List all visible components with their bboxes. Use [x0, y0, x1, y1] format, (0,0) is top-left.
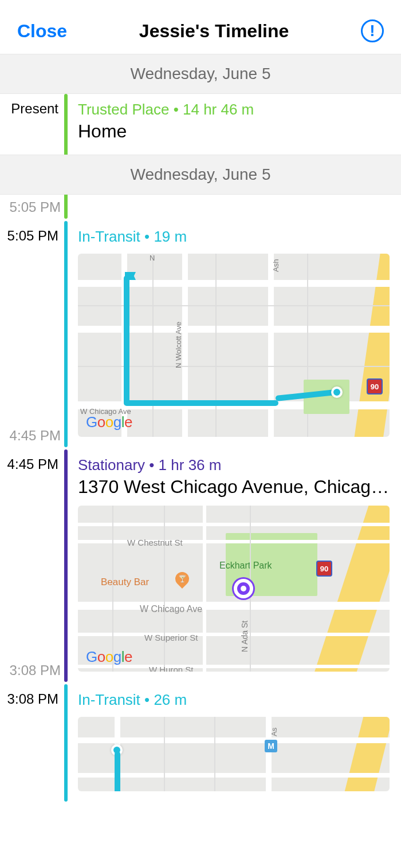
timeline-entry-transit[interactable]: 3:08 PM In-Transit • 26 m As M — [0, 684, 401, 802]
map-road-label: Ash — [272, 259, 280, 272]
time-start: Present — [0, 101, 58, 117]
map-compass-label: N — [150, 254, 155, 262]
entry-category: Trusted Place • 14 hr 46 m — [78, 101, 390, 119]
entry-category: In-Transit • 26 m — [78, 691, 390, 709]
timeline-entry-trusted[interactable]: Present Trusted Place • 14 hr 46 m Home … — [0, 94, 401, 219]
location-marker-icon — [234, 579, 253, 598]
map-thumbnail[interactable]: W Chicago Ave N Wolcott Ave Ash N 90 Goo… — [78, 254, 390, 437]
time-end: 3:08 PM — [10, 662, 61, 678]
entry-category: In-Transit • 19 m — [78, 228, 390, 246]
time-start: 5:05 PM — [0, 228, 58, 244]
close-button[interactable]: Close — [17, 21, 67, 42]
timeline-bar — [64, 684, 68, 802]
info-icon[interactable]: ! — [361, 19, 384, 42]
map-road-label: W Superior St — [144, 633, 198, 642]
map-thumbnail[interactable]: As M — [78, 717, 390, 791]
google-logo: Google — [86, 413, 132, 431]
map-road-label: N Ada St — [240, 621, 249, 652]
poi-pin-icon — [172, 569, 192, 589]
metro-icon: M — [265, 740, 277, 752]
date-header: Wednesday, June 5 — [0, 54, 401, 94]
nav-header: Close Jessie's Timeline ! — [0, 0, 401, 54]
place-name: Home — [78, 121, 390, 142]
place-name: 1370 West Chicago Avenue, Chicago, IL — [78, 476, 390, 498]
timeline-bar — [64, 449, 68, 682]
interstate-shield-icon: 90 — [316, 561, 332, 577]
map-road-label: N Wolcott Ave — [174, 322, 183, 368]
date-header-inline: Wednesday, June 5 — [0, 155, 401, 195]
time-end: 5:05 PM — [10, 199, 61, 215]
time-start: 3:08 PM — [0, 691, 58, 707]
timeline-bar — [64, 221, 68, 447]
entry-category: Stationary • 1 hr 36 m — [78, 456, 390, 474]
poi-label: Beauty Bar — [101, 577, 149, 588]
map-thumbnail[interactable]: Eckhart Park W Chestnut St W Chicago Ave… — [78, 506, 390, 672]
page-title: Jessie's Timeline — [139, 21, 289, 42]
map-road-label: W Huron St — [149, 665, 194, 672]
route-end-dot-icon — [331, 386, 343, 398]
time-start: 4:45 PM — [0, 456, 58, 472]
time-end: 4:45 PM — [10, 428, 61, 444]
map-road-label: W Chestnut St — [127, 538, 183, 547]
timeline-entry-transit[interactable]: 5:05 PM In-Transit • 19 m W Chicago Ave … — [0, 221, 401, 447]
timeline-entry-stationary[interactable]: 4:45 PM Stationary • 1 hr 36 m 1370 West… — [0, 449, 401, 682]
google-logo: Google — [86, 648, 132, 666]
map-road-label: W Chicago Ave — [140, 604, 202, 614]
map-road-label: As — [270, 728, 278, 736]
park-label: Eckhart Park — [219, 561, 272, 571]
interstate-shield-icon: 90 — [367, 378, 383, 394]
